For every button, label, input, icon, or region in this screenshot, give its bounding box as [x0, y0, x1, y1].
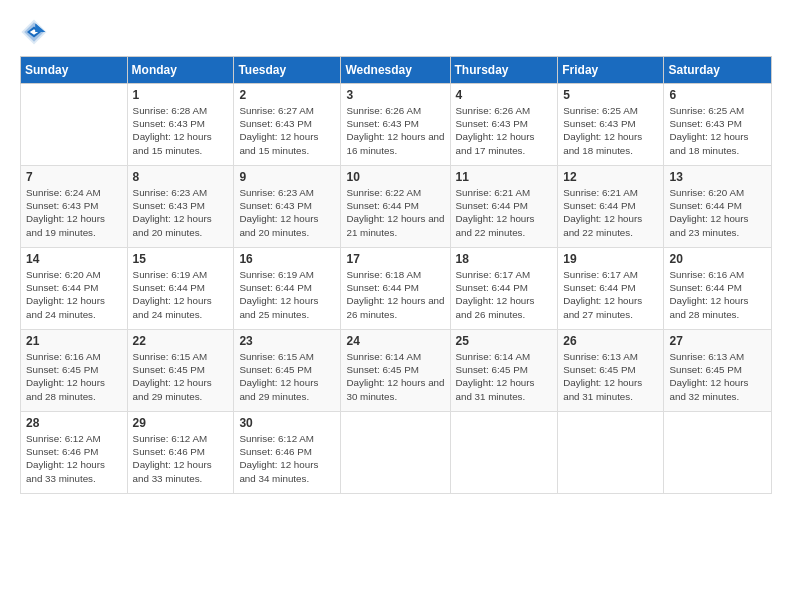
calendar-week-row: 28Sunrise: 6:12 AMSunset: 6:46 PMDayligh…	[21, 412, 772, 494]
day-number: 10	[346, 170, 444, 184]
day-number: 30	[239, 416, 335, 430]
calendar-cell: 25Sunrise: 6:14 AMSunset: 6:45 PMDayligh…	[450, 330, 558, 412]
day-number: 3	[346, 88, 444, 102]
calendar-cell	[558, 412, 664, 494]
day-info: Sunrise: 6:27 AMSunset: 6:43 PMDaylight:…	[239, 104, 335, 157]
day-info: Sunrise: 6:16 AMSunset: 6:44 PMDaylight:…	[669, 268, 766, 321]
calendar-cell: 17Sunrise: 6:18 AMSunset: 6:44 PMDayligh…	[341, 248, 450, 330]
day-info: Sunrise: 6:14 AMSunset: 6:45 PMDaylight:…	[456, 350, 553, 403]
day-number: 2	[239, 88, 335, 102]
day-info: Sunrise: 6:12 AMSunset: 6:46 PMDaylight:…	[26, 432, 122, 485]
day-number: 17	[346, 252, 444, 266]
day-number: 5	[563, 88, 658, 102]
day-number: 27	[669, 334, 766, 348]
calendar-cell: 10Sunrise: 6:22 AMSunset: 6:44 PMDayligh…	[341, 166, 450, 248]
day-number: 6	[669, 88, 766, 102]
weekday-header-monday: Monday	[127, 57, 234, 84]
calendar-cell: 14Sunrise: 6:20 AMSunset: 6:44 PMDayligh…	[21, 248, 128, 330]
day-info: Sunrise: 6:24 AMSunset: 6:43 PMDaylight:…	[26, 186, 122, 239]
day-info: Sunrise: 6:12 AMSunset: 6:46 PMDaylight:…	[133, 432, 229, 485]
calendar-week-row: 21Sunrise: 6:16 AMSunset: 6:45 PMDayligh…	[21, 330, 772, 412]
day-number: 9	[239, 170, 335, 184]
day-info: Sunrise: 6:21 AMSunset: 6:44 PMDaylight:…	[456, 186, 553, 239]
calendar-cell: 21Sunrise: 6:16 AMSunset: 6:45 PMDayligh…	[21, 330, 128, 412]
weekday-header-saturday: Saturday	[664, 57, 772, 84]
weekday-header-row: SundayMondayTuesdayWednesdayThursdayFrid…	[21, 57, 772, 84]
calendar-cell: 7Sunrise: 6:24 AMSunset: 6:43 PMDaylight…	[21, 166, 128, 248]
day-number: 26	[563, 334, 658, 348]
day-number: 1	[133, 88, 229, 102]
day-number: 15	[133, 252, 229, 266]
calendar-cell	[21, 84, 128, 166]
day-number: 13	[669, 170, 766, 184]
calendar-cell: 11Sunrise: 6:21 AMSunset: 6:44 PMDayligh…	[450, 166, 558, 248]
day-number: 14	[26, 252, 122, 266]
day-info: Sunrise: 6:21 AMSunset: 6:44 PMDaylight:…	[563, 186, 658, 239]
day-info: Sunrise: 6:17 AMSunset: 6:44 PMDaylight:…	[563, 268, 658, 321]
day-info: Sunrise: 6:12 AMSunset: 6:46 PMDaylight:…	[239, 432, 335, 485]
calendar-cell: 9Sunrise: 6:23 AMSunset: 6:43 PMDaylight…	[234, 166, 341, 248]
day-info: Sunrise: 6:13 AMSunset: 6:45 PMDaylight:…	[563, 350, 658, 403]
day-number: 23	[239, 334, 335, 348]
day-info: Sunrise: 6:17 AMSunset: 6:44 PMDaylight:…	[456, 268, 553, 321]
day-number: 4	[456, 88, 553, 102]
day-number: 16	[239, 252, 335, 266]
day-info: Sunrise: 6:25 AMSunset: 6:43 PMDaylight:…	[563, 104, 658, 157]
calendar-week-row: 7Sunrise: 6:24 AMSunset: 6:43 PMDaylight…	[21, 166, 772, 248]
calendar-table: SundayMondayTuesdayWednesdayThursdayFrid…	[20, 56, 772, 494]
calendar-cell: 13Sunrise: 6:20 AMSunset: 6:44 PMDayligh…	[664, 166, 772, 248]
calendar-cell	[341, 412, 450, 494]
day-info: Sunrise: 6:16 AMSunset: 6:45 PMDaylight:…	[26, 350, 122, 403]
day-number: 7	[26, 170, 122, 184]
page: SundayMondayTuesdayWednesdayThursdayFrid…	[0, 0, 792, 612]
day-info: Sunrise: 6:18 AMSunset: 6:44 PMDaylight:…	[346, 268, 444, 321]
day-info: Sunrise: 6:25 AMSunset: 6:43 PMDaylight:…	[669, 104, 766, 157]
day-number: 19	[563, 252, 658, 266]
day-info: Sunrise: 6:22 AMSunset: 6:44 PMDaylight:…	[346, 186, 444, 239]
day-info: Sunrise: 6:20 AMSunset: 6:44 PMDaylight:…	[669, 186, 766, 239]
logo	[20, 18, 50, 46]
day-number: 22	[133, 334, 229, 348]
day-info: Sunrise: 6:15 AMSunset: 6:45 PMDaylight:…	[239, 350, 335, 403]
weekday-header-thursday: Thursday	[450, 57, 558, 84]
calendar-cell: 5Sunrise: 6:25 AMSunset: 6:43 PMDaylight…	[558, 84, 664, 166]
calendar-cell: 2Sunrise: 6:27 AMSunset: 6:43 PMDaylight…	[234, 84, 341, 166]
calendar-cell	[450, 412, 558, 494]
calendar-week-row: 1Sunrise: 6:28 AMSunset: 6:43 PMDaylight…	[21, 84, 772, 166]
calendar-cell: 6Sunrise: 6:25 AMSunset: 6:43 PMDaylight…	[664, 84, 772, 166]
day-info: Sunrise: 6:26 AMSunset: 6:43 PMDaylight:…	[346, 104, 444, 157]
calendar-cell: 4Sunrise: 6:26 AMSunset: 6:43 PMDaylight…	[450, 84, 558, 166]
day-number: 29	[133, 416, 229, 430]
day-info: Sunrise: 6:23 AMSunset: 6:43 PMDaylight:…	[239, 186, 335, 239]
day-info: Sunrise: 6:19 AMSunset: 6:44 PMDaylight:…	[133, 268, 229, 321]
calendar-week-row: 14Sunrise: 6:20 AMSunset: 6:44 PMDayligh…	[21, 248, 772, 330]
calendar-cell: 24Sunrise: 6:14 AMSunset: 6:45 PMDayligh…	[341, 330, 450, 412]
day-number: 21	[26, 334, 122, 348]
calendar-cell: 30Sunrise: 6:12 AMSunset: 6:46 PMDayligh…	[234, 412, 341, 494]
day-info: Sunrise: 6:28 AMSunset: 6:43 PMDaylight:…	[133, 104, 229, 157]
calendar-cell: 3Sunrise: 6:26 AMSunset: 6:43 PMDaylight…	[341, 84, 450, 166]
calendar-cell: 26Sunrise: 6:13 AMSunset: 6:45 PMDayligh…	[558, 330, 664, 412]
calendar-cell: 23Sunrise: 6:15 AMSunset: 6:45 PMDayligh…	[234, 330, 341, 412]
day-number: 25	[456, 334, 553, 348]
calendar-cell: 27Sunrise: 6:13 AMSunset: 6:45 PMDayligh…	[664, 330, 772, 412]
day-info: Sunrise: 6:26 AMSunset: 6:43 PMDaylight:…	[456, 104, 553, 157]
calendar-cell: 8Sunrise: 6:23 AMSunset: 6:43 PMDaylight…	[127, 166, 234, 248]
day-info: Sunrise: 6:15 AMSunset: 6:45 PMDaylight:…	[133, 350, 229, 403]
day-number: 20	[669, 252, 766, 266]
calendar-cell: 16Sunrise: 6:19 AMSunset: 6:44 PMDayligh…	[234, 248, 341, 330]
calendar-cell: 19Sunrise: 6:17 AMSunset: 6:44 PMDayligh…	[558, 248, 664, 330]
weekday-header-friday: Friday	[558, 57, 664, 84]
weekday-header-sunday: Sunday	[21, 57, 128, 84]
day-number: 11	[456, 170, 553, 184]
calendar-cell: 28Sunrise: 6:12 AMSunset: 6:46 PMDayligh…	[21, 412, 128, 494]
calendar-cell: 22Sunrise: 6:15 AMSunset: 6:45 PMDayligh…	[127, 330, 234, 412]
day-number: 28	[26, 416, 122, 430]
calendar-cell: 12Sunrise: 6:21 AMSunset: 6:44 PMDayligh…	[558, 166, 664, 248]
day-number: 8	[133, 170, 229, 184]
day-info: Sunrise: 6:20 AMSunset: 6:44 PMDaylight:…	[26, 268, 122, 321]
logo-icon	[20, 18, 48, 46]
day-info: Sunrise: 6:19 AMSunset: 6:44 PMDaylight:…	[239, 268, 335, 321]
calendar-cell: 29Sunrise: 6:12 AMSunset: 6:46 PMDayligh…	[127, 412, 234, 494]
header	[20, 18, 772, 46]
